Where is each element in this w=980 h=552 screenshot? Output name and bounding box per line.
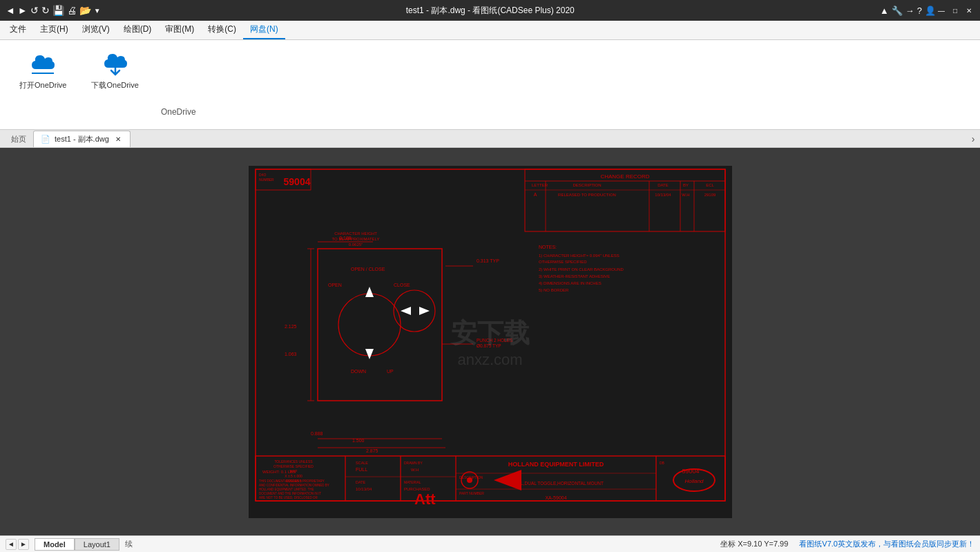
svg-text:AND CONFIDENTIAL INFORMATION O: AND CONFIDENTIAL INFORMATION OWNED BY (259, 484, 329, 487)
file-tab[interactable]: 📄 test1 - 副本.dwg ✕ (33, 131, 131, 147)
file-icon: 📄 (41, 135, 50, 144)
svg-text:SCALE: SCALE (356, 461, 368, 465)
nav-next[interactable]: ► (18, 539, 29, 550)
svg-text:OPEN: OPEN (328, 283, 342, 287)
svg-text:CHANGE RECORD: CHANGE RECORD (600, 173, 649, 180)
svg-text:X ±.5 ±.000: X ±.5 ±.000 (285, 474, 302, 478)
tab-label: test1 - 副本.dwg (55, 134, 109, 144)
svg-text:29109: 29109 (704, 193, 715, 197)
svg-text:MATERIAL: MATERIAL (404, 480, 421, 484)
statusbar: ◄ ► Model Layout1 续 坐标 X=9.10 Y=7.99 看图纸… (0, 535, 980, 552)
svg-text:10/13/04: 10/13/04 (356, 487, 372, 491)
redo-icon[interactable]: ↻ (41, 5, 50, 16)
help-icon[interactable]: ? (917, 6, 922, 16)
svg-text:0.313 TYP: 0.313 TYP (477, 258, 499, 263)
svg-text:2.875: 2.875 (366, 448, 378, 453)
user-icon[interactable]: 👤 (925, 6, 936, 16)
download-onedrive-label: 下载OneDrive (91, 80, 138, 91)
svg-text:Att: Att (414, 491, 436, 508)
arrow-right-icon[interactable]: → (905, 6, 914, 16)
layout-tabs: Model Layout1 (35, 538, 119, 551)
settings-icon[interactable]: ▲ (880, 6, 889, 16)
restore-button[interactable]: □ (950, 6, 961, 15)
status-right: 坐标 X=9.10 Y=7.99 看图纸V7.0英文版发布，与看图纸会员版同步更… (720, 539, 974, 549)
close-button[interactable]: ✕ (963, 6, 974, 15)
svg-text:FULL: FULL (356, 467, 367, 472)
svg-text:59004: 59004 (283, 176, 310, 187)
svg-text:DECAL,DUAL TOGGLE,HORIZONTAL M: DECAL,DUAL TOGGLE,HORIZONTAL MOUNT (508, 481, 604, 486)
svg-text:5) NO BORDER: 5) NO BORDER (539, 288, 569, 292)
forward-icon[interactable]: ► (18, 5, 28, 16)
onedrive-open-icon (26, 50, 59, 77)
menu-cloud[interactable]: 网盘(N) (243, 21, 285, 39)
svg-text:Ø0.875 TYP: Ø0.875 TYP (477, 343, 501, 348)
open-icon[interactable]: 📂 (79, 5, 91, 16)
save-icon[interactable]: 💾 (52, 5, 64, 16)
cad-drawing-svg: CHANGE RECORD LETTER DESCRIPTION DATE BY… (249, 166, 732, 518)
title-bar: ◄ ► ↺ ↻ 💾 🖨 📂 ▼ test1 - 副本.dwg - 看图纸(CAD… (0, 0, 980, 21)
svg-text:TOLERANCES UNLESS: TOLERANCES UNLESS (274, 459, 313, 464)
svg-text:DOWN: DOWN (351, 369, 366, 374)
svg-text:THIS DOCUMENT CONTAINS PROPRIE: THIS DOCUMENT CONTAINS PROPRIETARY (259, 479, 325, 483)
menu-home[interactable]: 主页(H) (33, 21, 75, 39)
svg-text:NOTES:: NOTES: (539, 245, 557, 249)
model-tab[interactable]: Model (35, 538, 75, 551)
open-onedrive-button[interactable]: 打开OneDrive (14, 47, 72, 93)
nav-prev[interactable]: ◄ (6, 539, 17, 550)
svg-text:HOLLAND EQUIPMENT LIMITED. THE: HOLLAND EQUIPMENT LIMITED. THE (259, 488, 314, 491)
menu-draw[interactable]: 绘图(D) (117, 21, 159, 39)
svg-text:A: A (533, 192, 537, 197)
menu-convert[interactable]: 转换(C) (201, 21, 243, 39)
svg-text:DB: DB (660, 461, 665, 465)
menu-file[interactable]: 文件 (3, 21, 33, 39)
svg-text:W.H: W.H (411, 468, 419, 472)
svg-text:2.125: 2.125 (285, 324, 297, 329)
svg-text:TO BE APPROXIMATELY: TO BE APPROXIMATELY (332, 237, 379, 241)
drawing-area: 安下载 anxz.com CHANGE RECORD LETTER DESCRI… (249, 166, 732, 518)
svg-text:PART NUMBER: PART NUMBER (459, 491, 484, 495)
tool-icon[interactable]: 🔧 (892, 6, 903, 16)
svg-text:PUNCH 2 HOLES: PUNCH 2 HOLES (477, 338, 513, 343)
menu-review[interactable]: 审图(M) (158, 21, 201, 39)
svg-text:OTHERWISE SPECIFIED: OTHERWISE SPECIFIED (273, 464, 314, 468)
tab-close-button[interactable]: ✕ (113, 135, 123, 144)
home-tab[interactable]: 始页 (6, 131, 32, 147)
layout1-tab[interactable]: Layout1 (75, 538, 119, 551)
svg-text:1) CHARACTER HEIGHT= 0.094" UN: 1) CHARACTER HEIGHT= 0.094" UNLESS (539, 254, 619, 258)
svg-text:OTHERWISE SPECIFIED: OTHERWISE SPECIFIED (539, 260, 587, 264)
download-onedrive-button[interactable]: 下载OneDrive (86, 47, 144, 93)
app-window: ◄ ► ↺ ↻ 💾 🖨 📂 ▼ test1 - 副本.dwg - 看图纸(CAD… (0, 0, 980, 552)
svg-text:DRAWN BY: DRAWN BY (404, 461, 423, 465)
coordinates: 坐标 X=9.10 Y=7.99 (720, 539, 788, 549)
onedrive-download-icon (99, 50, 132, 77)
undo-icon[interactable]: ↺ (30, 5, 39, 16)
svg-text:59004: 59004 (682, 468, 699, 475)
svg-text:DATE: DATE (356, 480, 366, 484)
svg-text:2) WHITE PRINT ON CLEAR BACKGR: 2) WHITE PRINT ON CLEAR BACKGROUND (539, 267, 624, 272)
tab-scroll-right[interactable]: › (966, 131, 980, 147)
minimize-button[interactable]: — (936, 6, 947, 15)
window-controls: — □ ✕ (936, 6, 974, 15)
more-icon[interactable]: ▼ (94, 7, 101, 15)
open-onedrive-label: 打开OneDrive (19, 80, 66, 91)
status-left-label: 续 (125, 539, 133, 549)
right-toolbar-icons: ▲ 🔧 → ? 👤 (880, 6, 936, 16)
svg-text:BY: BY (682, 183, 688, 187)
svg-text:ECL: ECL (706, 183, 714, 187)
window-title: test1 - 副本.dwg - 看图纸(CADSee Plus) 2020 (101, 5, 880, 17)
svg-text:DATE: DATE (657, 183, 669, 187)
print-icon[interactable]: 🖨 (67, 5, 77, 16)
svg-text:WEIGHT: 0.1 LBS: WEIGHT: 0.1 LBS (262, 470, 296, 474)
tab-bar: 始页 📄 test1 - 副本.dwg ✕ › (0, 130, 980, 148)
menu-view[interactable]: 浏览(V) (75, 21, 117, 39)
back-icon[interactable]: ◄ (6, 5, 15, 16)
svg-text:0.0625": 0.0625" (348, 242, 362, 247)
svg-text:DESCRIPTION: DESCRIPTION (573, 183, 601, 187)
version-info: 看图纸V7.0英文版发布，与看图纸会员版同步更新！ (799, 539, 974, 549)
svg-text:3) WEATHER-RESISTANT ADHESIVE: 3) WEATHER-RESISTANT ADHESIVE (539, 274, 610, 278)
menubar: 文件 主页(H) 浏览(V) 绘图(D) 审图(M) 转换(C) 网盘(N) (0, 21, 980, 40)
svg-text:0.888: 0.888 (311, 431, 323, 436)
svg-text:D4O: D4O (259, 173, 266, 177)
svg-point-103 (467, 477, 472, 483)
svg-text:Holland: Holland (684, 478, 704, 484)
